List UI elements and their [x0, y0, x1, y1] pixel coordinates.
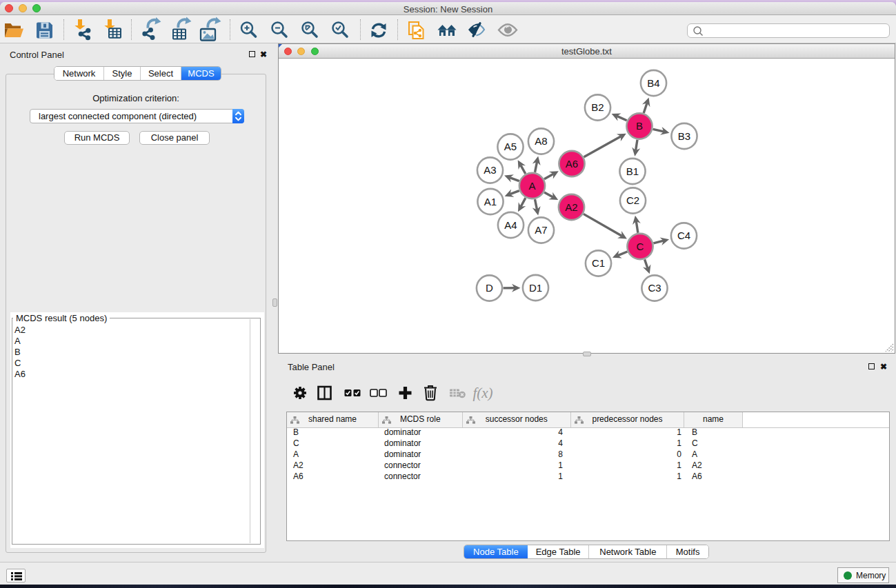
svg-text:A3: A3	[484, 164, 496, 176]
svg-text:A8: A8	[535, 135, 547, 147]
svg-text:B: B	[636, 120, 643, 132]
svg-text:A7: A7	[535, 224, 547, 236]
svg-text:A5: A5	[504, 141, 517, 152]
svg-text:C2: C2	[626, 194, 639, 206]
svg-text:C3: C3	[648, 282, 661, 294]
svg-text:B4: B4	[647, 77, 659, 89]
svg-text:A: A	[528, 180, 535, 192]
svg-text:B3: B3	[678, 130, 690, 142]
svg-text:A6: A6	[566, 158, 578, 170]
svg-text:B1: B1	[626, 165, 639, 177]
svg-text:C4: C4	[677, 230, 690, 241]
svg-text:D1: D1	[529, 282, 542, 294]
svg-text:f(x): f(x)	[472, 385, 492, 401]
svg-text:C: C	[637, 241, 644, 252]
svg-text:A2: A2	[565, 201, 577, 213]
svg-text:B2: B2	[591, 101, 604, 113]
svg-text:D: D	[486, 282, 493, 294]
svg-text:C1: C1	[592, 257, 605, 269]
svg-text:A4: A4	[504, 219, 517, 231]
svg-text:A1: A1	[484, 196, 497, 207]
